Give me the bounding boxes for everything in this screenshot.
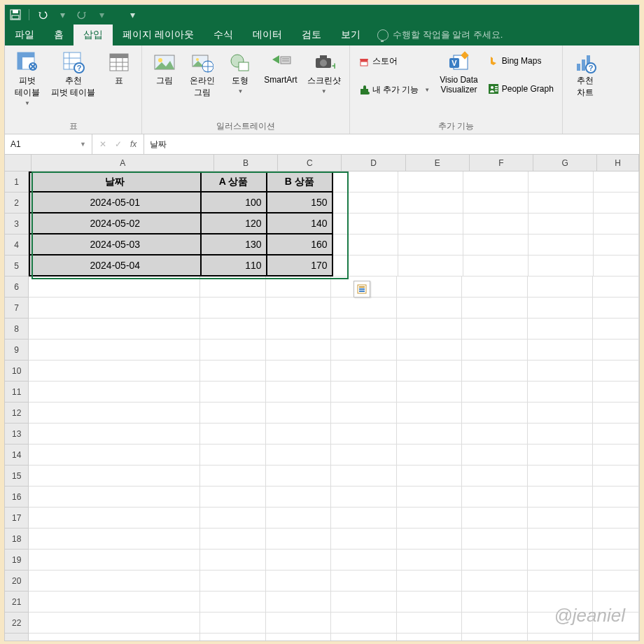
tab-home[interactable]: 홈: [44, 24, 74, 46]
cell[interactable]: [462, 634, 528, 640]
row-header[interactable]: 3: [5, 214, 29, 234]
tab-insert[interactable]: 삽입: [74, 24, 113, 46]
row-header[interactable]: 16: [5, 486, 29, 507]
cell[interactable]: [528, 507, 594, 528]
cell[interactable]: [528, 444, 594, 465]
cell[interactable]: [593, 528, 639, 550]
cell[interactable]: [462, 402, 528, 424]
cell[interactable]: [29, 486, 200, 507]
cell[interactable]: [200, 298, 266, 318]
cell[interactable]: [29, 360, 200, 382]
cell[interactable]: 2024-05-03: [29, 234, 202, 255]
people-graph-button[interactable]: People Graph: [485, 82, 556, 96]
formula-enter-icon[interactable]: ✓: [115, 139, 122, 149]
cell[interactable]: [462, 528, 528, 550]
cell[interactable]: [593, 402, 639, 424]
tab-view[interactable]: 보기: [331, 24, 370, 46]
cell[interactable]: [266, 298, 332, 318]
cell[interactable]: [462, 444, 528, 465]
cell[interactable]: [333, 172, 398, 192]
pivot-table-button[interactable]: 피벗 테이블▼: [10, 50, 44, 108]
cell[interactable]: 110: [202, 255, 267, 276]
cell[interactable]: [333, 192, 398, 214]
cell[interactable]: [397, 402, 463, 424]
cell[interactable]: [594, 172, 639, 192]
cell[interactable]: [200, 486, 266, 507]
cell[interactable]: [593, 298, 639, 318]
cell[interactable]: [266, 634, 332, 640]
cell[interactable]: [29, 402, 200, 424]
cell[interactable]: [266, 360, 332, 382]
visio-button[interactable]: VVisio Data Visualizer: [437, 50, 480, 96]
cell[interactable]: [29, 570, 200, 592]
cell[interactable]: [462, 298, 528, 318]
cell[interactable]: [331, 612, 397, 634]
redo-icon[interactable]: [76, 8, 88, 21]
cell[interactable]: [528, 214, 594, 234]
cell[interactable]: [462, 318, 528, 340]
row-header[interactable]: 18: [5, 528, 29, 550]
cell[interactable]: [200, 340, 266, 360]
cell[interactable]: [200, 444, 266, 465]
row-header[interactable]: 5: [5, 255, 29, 276]
cell[interactable]: [331, 298, 397, 318]
fx-icon[interactable]: fx: [130, 139, 136, 149]
col-header-b[interactable]: B: [214, 155, 278, 172]
cell[interactable]: [29, 318, 200, 340]
cell[interactable]: [266, 382, 332, 402]
tab-pagelayout[interactable]: 페이지 레이아웃: [113, 24, 204, 46]
cell[interactable]: [397, 298, 463, 318]
cell[interactable]: [594, 234, 639, 255]
cell[interactable]: [331, 507, 397, 528]
store-button[interactable]: 스토어: [356, 54, 433, 69]
cell[interactable]: [331, 528, 397, 550]
row-header[interactable]: 6: [5, 276, 29, 298]
cell[interactable]: [462, 592, 528, 612]
cell[interactable]: 120: [202, 214, 267, 234]
cell[interactable]: [397, 340, 463, 360]
cell[interactable]: [463, 214, 528, 234]
cell[interactable]: [331, 465, 397, 486]
cell[interactable]: [397, 276, 463, 298]
cell[interactable]: 130: [202, 234, 267, 255]
cell[interactable]: [594, 214, 639, 234]
cell[interactable]: [397, 360, 463, 382]
cell[interactable]: [200, 528, 266, 550]
cell[interactable]: [29, 612, 200, 634]
cell[interactable]: [528, 634, 594, 640]
cell[interactable]: 140: [267, 214, 333, 234]
cell[interactable]: [593, 507, 639, 528]
cell[interactable]: [29, 507, 200, 528]
cell[interactable]: [397, 528, 463, 550]
cell[interactable]: [331, 340, 397, 360]
cell[interactable]: [29, 592, 200, 612]
tab-review[interactable]: 검토: [292, 24, 331, 46]
cell[interactable]: [462, 570, 528, 592]
cell[interactable]: [331, 444, 397, 465]
cell[interactable]: [528, 550, 594, 570]
cell[interactable]: 150: [267, 192, 333, 214]
row-header[interactable]: 20: [5, 570, 29, 592]
cell[interactable]: [397, 382, 463, 402]
cell[interactable]: [333, 214, 398, 234]
cell[interactable]: [200, 318, 266, 340]
cell[interactable]: [462, 340, 528, 360]
cell[interactable]: [462, 465, 528, 486]
cell[interactable]: [266, 424, 332, 444]
cell[interactable]: [528, 465, 594, 486]
cell[interactable]: [333, 234, 398, 255]
col-header-e[interactable]: E: [406, 155, 470, 172]
tab-file[interactable]: 파일: [5, 24, 44, 46]
cell[interactable]: [200, 276, 266, 298]
shapes-button[interactable]: 도형▼: [223, 50, 257, 96]
formula-input[interactable]: 날짜: [144, 139, 639, 150]
cell[interactable]: [397, 592, 463, 612]
name-box[interactable]: A1▼: [5, 134, 92, 154]
cell[interactable]: [528, 612, 594, 634]
cell[interactable]: [528, 382, 594, 402]
cell[interactable]: [266, 612, 332, 634]
cell[interactable]: [528, 234, 594, 255]
rec-charts-button[interactable]: ?추천 차트: [568, 50, 602, 100]
row-header[interactable]: 1: [5, 172, 29, 192]
cell[interactable]: 100: [202, 192, 267, 214]
